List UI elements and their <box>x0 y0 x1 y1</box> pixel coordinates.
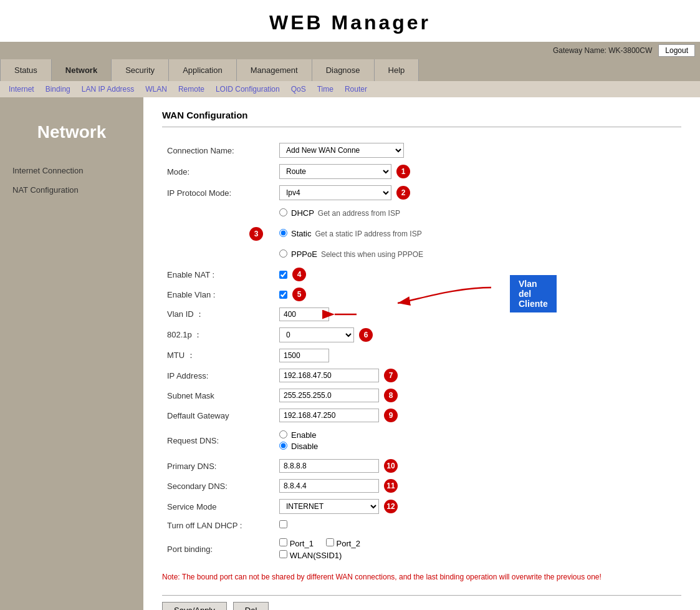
primary-dns-input[interactable] <box>279 459 379 473</box>
service-mode-select[interactable]: INTERNET <box>279 499 379 514</box>
ip-address-cell: 7 <box>274 366 681 385</box>
port-binding-label: Port binding: <box>162 533 274 565</box>
subnav-remote[interactable]: Remote <box>175 84 208 95</box>
subnav-loid[interactable]: LOID Configuration <box>212 84 284 95</box>
default-gateway-input[interactable] <box>279 409 379 422</box>
static-radio[interactable] <box>279 229 287 237</box>
subnav-internet[interactable]: Internet <box>5 84 38 95</box>
tab-status[interactable]: Status <box>0 59 52 81</box>
subnav-time[interactable]: Time <box>314 84 337 95</box>
row-turn-off-lan: Turn off LAN DHCP : <box>162 517 681 533</box>
pppoe-radio[interactable] <box>279 249 287 258</box>
main-nav: Status Network Security Application Mana… <box>0 59 700 81</box>
enable-vlan-cell: 5 <box>274 284 681 304</box>
dhcp-radio[interactable] <box>279 208 287 216</box>
section-title: WAN Configuration <box>162 110 681 120</box>
action-buttons: Save/Apply Del <box>162 595 681 610</box>
vlan-arrow-svg <box>332 308 369 321</box>
port1-label-container: Port_1 <box>279 538 314 548</box>
del-button[interactable]: Del <box>233 602 269 610</box>
ip-protocol-select[interactable]: Ipv4 <box>279 185 391 200</box>
primary-dns-cell: 10 <box>274 456 681 476</box>
content-area: WAN Configuration Connection Name: Add N… <box>143 97 700 610</box>
tab-help[interactable]: Help <box>375 59 420 81</box>
enable-nat-cell: 4 <box>274 264 681 284</box>
badge-10: 10 <box>384 459 398 473</box>
row-ip-protocol: IP Protocol Mode: Ipv4 2 <box>162 182 681 203</box>
sidebar: Network Internet Connection NAT Configur… <box>0 97 143 610</box>
wlan-label: WLAN(SSID1) <box>290 551 342 560</box>
tab-management[interactable]: Management <box>237 59 312 81</box>
row-enable-vlan: Enable Vlan : 5 <box>162 284 681 304</box>
static-cell: Static Get a static IP address from ISP <box>274 224 681 244</box>
logout-button[interactable]: Logout <box>658 44 695 57</box>
row-service-mode: Service Mode INTERNET 12 <box>162 496 681 517</box>
dot1p-select[interactable]: 0 <box>279 327 354 342</box>
tab-security[interactable]: Security <box>112 59 169 81</box>
row-mtu: MTU ： <box>162 346 681 366</box>
subnav-binding[interactable]: Binding <box>42 84 74 95</box>
turn-off-lan-label: Turn off LAN DHCP : <box>162 517 274 533</box>
tab-diagnose[interactable]: Diagnose <box>312 59 375 81</box>
row-port-binding: Port binding: Port_1 Port_2 <box>162 533 681 565</box>
dot1p-cell: 0 6 <box>274 324 681 346</box>
connection-name-select[interactable]: Add New WAN Conne <box>279 143 404 158</box>
mtu-label: MTU ： <box>162 346 274 366</box>
subnet-mask-input[interactable] <box>279 389 379 402</box>
secondary-dns-input[interactable] <box>279 479 379 493</box>
enable-vlan-checkbox[interactable] <box>279 291 287 299</box>
badge-5: 5 <box>292 288 306 301</box>
empty-cell-2 <box>162 244 274 265</box>
ip-protocol-cell: Ipv4 2 <box>274 182 681 203</box>
badge-1: 1 <box>396 165 410 178</box>
subnav-lan-ip[interactable]: LAN IP Address <box>78 84 138 95</box>
sidebar-item-nat-configuration[interactable]: NAT Configuration <box>0 180 143 200</box>
save-apply-button[interactable]: Save/Apply <box>162 602 227 610</box>
badge-3: 3 <box>249 227 263 241</box>
dns-disable-label: Disable <box>291 442 318 451</box>
turn-off-lan-checkbox[interactable] <box>279 520 287 528</box>
row-dhcp: DHCP Get an address from ISP <box>162 203 681 224</box>
service-mode-cell: INTERNET 12 <box>274 496 681 517</box>
pppoe-desc: Select this when using PPPOE <box>321 249 423 260</box>
tab-network[interactable]: Network <box>52 59 112 81</box>
dns-disable-radio[interactable] <box>279 442 287 450</box>
enable-nat-checkbox[interactable] <box>279 271 287 279</box>
ip-address-input[interactable] <box>279 369 379 382</box>
static-label: Static <box>291 229 312 238</box>
mtu-input[interactable] <box>279 349 329 362</box>
sidebar-item-internet-connection[interactable]: Internet Connection <box>0 161 143 180</box>
badge-11: 11 <box>384 479 398 493</box>
subnet-mask-label: Subnet Mask <box>162 385 274 405</box>
sub-nav: Internet Binding LAN IP Address WLAN Rem… <box>0 81 700 97</box>
dns-enable-radio[interactable] <box>279 430 287 438</box>
dhcp-cell: DHCP Get an address from ISP <box>274 203 681 224</box>
enable-vlan-label: Enable Vlan : <box>162 284 274 304</box>
mtu-cell <box>274 346 681 366</box>
tab-application[interactable]: Application <box>169 59 237 81</box>
row-vlan-id: Vlan ID ： <box>162 304 681 324</box>
row-enable-nat: Enable NAT : 4 <box>162 264 681 284</box>
badge-6: 6 <box>359 328 373 342</box>
vlan-id-cell <box>274 304 681 324</box>
vlan-id-input[interactable] <box>279 307 329 321</box>
note-text: Note: The bound port can not be shared b… <box>162 571 681 583</box>
badge-3-cell: 3 <box>162 224 274 244</box>
port-binding-cell: Port_1 Port_2 WLAN(SSID1) <box>274 533 681 565</box>
subnav-wlan[interactable]: WLAN <box>141 84 171 95</box>
top-bar: Gateway Name: WK-3800CW Logout <box>0 42 700 59</box>
wlan-checkbox[interactable] <box>279 550 287 558</box>
subnav-qos[interactable]: QoS <box>287 84 310 95</box>
badge-4: 4 <box>292 268 306 281</box>
request-dns-label: Request DNS: <box>162 425 274 456</box>
ip-address-label: IP Address: <box>162 366 274 385</box>
secondary-dns-label: Secondary DNS: <box>162 476 274 496</box>
port2-checkbox[interactable] <box>326 538 334 546</box>
request-dns-cell: Enable Disable <box>274 425 681 456</box>
default-gateway-cell: 9 <box>274 405 681 425</box>
row-secondary-dns: Secondary DNS: 11 <box>162 476 681 496</box>
subnav-router[interactable]: Router <box>341 84 371 95</box>
dns-enable-label: Enable <box>291 430 316 440</box>
port1-checkbox[interactable] <box>279 538 287 546</box>
mode-select[interactable]: Route <box>279 164 391 179</box>
